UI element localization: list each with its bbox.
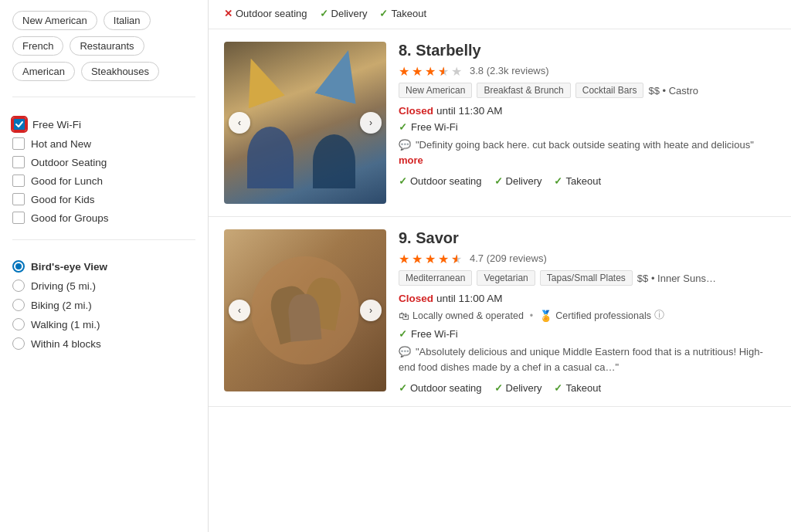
- feature-line: ✓ Free Wi-Fi: [399, 121, 776, 133]
- star-rating: ★★★★ ★ ★: [399, 252, 463, 264]
- distance-radio-row[interactable]: Walking (1 mi.): [12, 318, 195, 330]
- amenity-item: ✓Outdoor seating: [399, 175, 482, 187]
- radio-empty-icon: [12, 337, 25, 350]
- restaurant-name[interactable]: 9. Savor: [399, 229, 776, 247]
- carousel-prev-button[interactable]: ‹: [229, 300, 250, 321]
- sidebar: New AmericanItalianFrenchRestaurantsAmer…: [0, 0, 209, 532]
- category-chip[interactable]: American: [12, 62, 75, 81]
- meta-icons-row: 🛍Locally owned & operated•🏅Certified pro…: [399, 309, 776, 322]
- feature-label: Good for Kids: [31, 194, 95, 205]
- meta-label: Certified professionals: [555, 310, 651, 321]
- restaurant-card: ‹›8. Starbelly★★★ ★ ★ ★3.8 (2.3k reviews…: [209, 29, 791, 217]
- meta-item: 🏅Certified professionals ⓘ: [539, 309, 664, 322]
- badges-row: New AmericanBreakfast & BrunchCocktail B…: [399, 83, 776, 98]
- stars-row: ★★★ ★ ★ ★3.8 (2.3k reviews): [399, 64, 776, 76]
- comment-icon: 💬: [399, 139, 411, 151]
- carousel-next-button[interactable]: ›: [360, 300, 382, 321]
- category-badge[interactable]: Cocktail Bars: [575, 83, 644, 98]
- review-more-link[interactable]: more: [399, 154, 423, 166]
- feature-checkbox-row[interactable]: Hot and New: [12, 137, 195, 150]
- amenity-item: ✓Takeout: [554, 382, 601, 394]
- distance-label: Driving (5 mi.): [31, 280, 96, 292]
- stars-row: ★★★★ ★ ★ 4.7 (209 reviews): [399, 252, 776, 264]
- distance-radio-row[interactable]: Biking (2 mi.): [12, 299, 195, 311]
- badges-row: MediterraneanVegetarianTapas/Small Plate…: [399, 270, 776, 286]
- star-full-icon: ★: [399, 64, 411, 76]
- status-time: until 11:00 AM: [436, 293, 503, 304]
- status-row: Closed until 11:30 AM: [399, 104, 776, 117]
- distance-label: Walking (1 mi.): [31, 319, 100, 330]
- checkbox-checked-icon: [12, 117, 26, 131]
- bottom-amenities-row: ✓Outdoor seating✓Delivery✓Takeout: [399, 175, 776, 187]
- star-full-icon: ★: [412, 252, 424, 264]
- category-chip[interactable]: Restaurants: [70, 36, 144, 56]
- feature-line: ✓ Free Wi-Fi: [399, 328, 776, 340]
- check-icon: ✓: [399, 328, 407, 340]
- category-badge[interactable]: Breakfast & Brunch: [477, 83, 570, 98]
- radio-selected-icon: [12, 260, 25, 273]
- distance-label: Biking (2 mi.): [31, 300, 92, 311]
- distance-label: Within 4 blocks: [31, 338, 101, 350]
- amenity-item: ✓Delivery: [494, 175, 542, 187]
- checkbox-unchecked-icon: [12, 175, 25, 187]
- radio-empty-icon: [12, 318, 25, 330]
- features-list: Free Wi-FiHot and NewOutdoor SeatingGood…: [12, 117, 195, 224]
- price-location: $$ • Inner Suns…: [637, 273, 716, 284]
- top-amenities: ✕Outdoor seating✓Delivery✓Takeout: [224, 8, 776, 19]
- feature-checkbox-row[interactable]: Free Wi-Fi: [12, 117, 195, 131]
- restaurant-image-wrap: ‹›: [224, 42, 386, 204]
- category-chip[interactable]: Italian: [104, 11, 151, 30]
- amenity-item: ✓Outdoor seating: [399, 382, 482, 394]
- review-snippet: 💬"Absolutely delicious and unique Middle…: [399, 344, 776, 374]
- check-icon: ✓: [554, 382, 562, 394]
- restaurant-info: 9. Savor★★★★ ★ ★ 4.7 (209 reviews)Medite…: [386, 229, 776, 394]
- check-icon: ✓: [399, 121, 407, 133]
- feature-checkbox-row[interactable]: Good for Groups: [12, 212, 195, 224]
- check-icon: ✓: [399, 175, 407, 187]
- carousel-next-button[interactable]: ›: [360, 112, 382, 134]
- star-full-icon: ★: [425, 252, 437, 264]
- distance-radio-row[interactable]: Within 4 blocks: [12, 337, 195, 350]
- status-row: Closed until 11:00 AM: [399, 292, 776, 304]
- star-full-icon: ★: [412, 64, 424, 76]
- star-rating: ★★★ ★ ★ ★: [399, 64, 463, 76]
- feature-checkbox-row[interactable]: Good for Lunch: [12, 175, 195, 187]
- checkbox-unchecked-icon: [12, 212, 25, 224]
- checkbox-unchecked-icon: [12, 193, 25, 205]
- distance-list: Bird's-eye ViewDriving (5 mi.)Biking (2 …: [12, 260, 195, 350]
- feature-checkbox-row[interactable]: Outdoor Seating: [12, 156, 195, 168]
- badge-icon: 🏅: [539, 310, 552, 322]
- carousel-prev-button[interactable]: ‹: [229, 112, 250, 134]
- distance-radio-row[interactable]: Bird's-eye View: [12, 260, 195, 273]
- restaurant-image-wrap: ‹›: [224, 229, 386, 391]
- category-chip[interactable]: New American: [12, 11, 97, 30]
- bottom-amenities-row: ✓Outdoor seating✓Delivery✓Takeout: [399, 382, 776, 394]
- feature-label: Outdoor Seating: [31, 157, 107, 168]
- status-closed: Closed: [399, 105, 433, 117]
- star-half-icon: ★ ★: [438, 64, 450, 76]
- amenity-item: ✓Delivery: [320, 8, 368, 19]
- checkbox-unchecked-icon: [12, 156, 25, 168]
- category-badge[interactable]: Tapas/Small Plates: [540, 270, 633, 286]
- category-badge[interactable]: Vegetarian: [477, 270, 535, 286]
- category-chip[interactable]: Steakhouses: [81, 62, 159, 81]
- info-icon: ⓘ: [654, 309, 664, 322]
- amenity-label: Delivery: [506, 382, 542, 394]
- category-badge[interactable]: New American: [399, 83, 472, 98]
- amenity-label: Takeout: [565, 175, 601, 187]
- restaurant-name[interactable]: 8. Starbelly: [399, 42, 776, 59]
- category-badge[interactable]: Mediterranean: [399, 270, 472, 286]
- amenity-label: Outdoor seating: [236, 8, 307, 19]
- distance-section: Bird's-eye ViewDriving (5 mi.)Biking (2 …: [12, 240, 195, 366]
- radio-empty-icon: [12, 280, 25, 292]
- feature-checkbox-row[interactable]: Good for Kids: [12, 193, 195, 205]
- restaurant-list: ‹›8. Starbelly★★★ ★ ★ ★3.8 (2.3k reviews…: [209, 29, 791, 407]
- star-half-icon: ★ ★: [451, 252, 463, 264]
- amenity-label: Delivery: [331, 8, 368, 19]
- status-closed: Closed: [399, 293, 433, 304]
- category-chip[interactable]: French: [12, 36, 63, 56]
- meta-item: 🛍Locally owned & operated: [399, 310, 524, 322]
- check-icon: ✓: [554, 175, 562, 187]
- distance-radio-row[interactable]: Driving (5 mi.): [12, 280, 195, 292]
- star-full-icon: ★: [438, 252, 450, 264]
